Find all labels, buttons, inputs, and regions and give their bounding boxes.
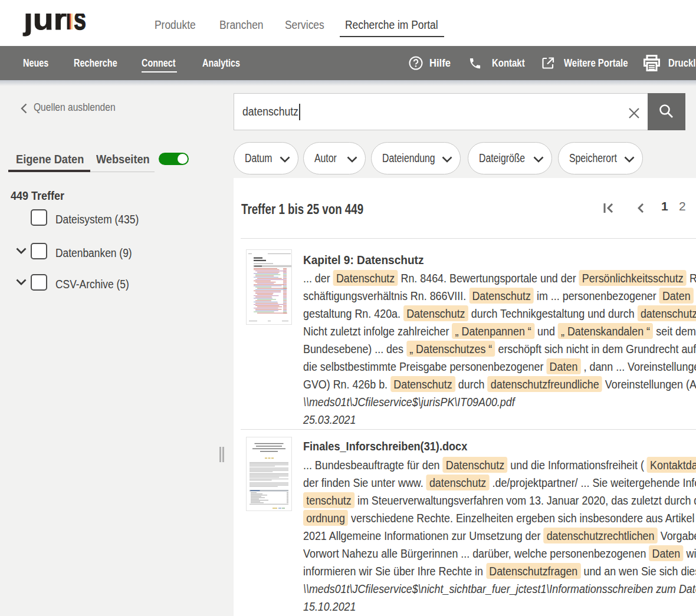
svg-text:s: s: [74, 2, 86, 36]
svg-text:jur: jur: [23, 2, 67, 36]
